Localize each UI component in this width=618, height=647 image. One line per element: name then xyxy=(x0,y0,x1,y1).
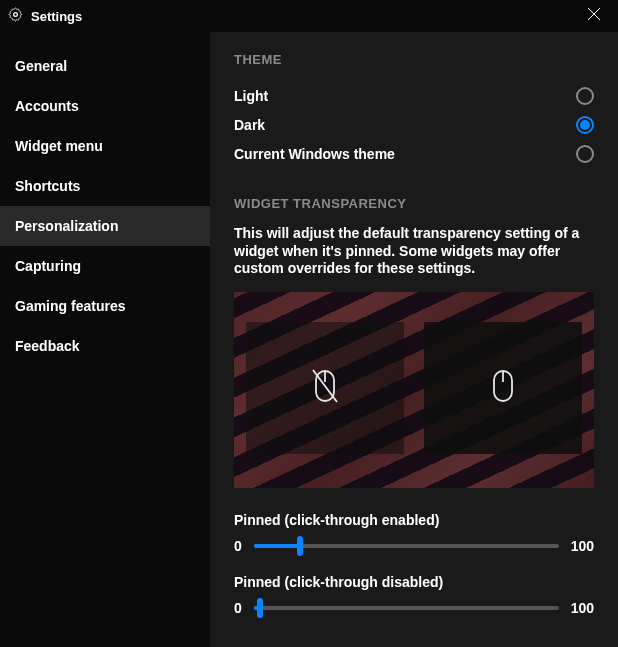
slider-thumb[interactable] xyxy=(297,536,303,556)
sidebar-item-shortcuts[interactable]: Shortcuts xyxy=(0,166,210,206)
sidebar-item-accounts[interactable]: Accounts xyxy=(0,86,210,126)
window-title: Settings xyxy=(31,9,82,24)
preview-panel-clickthrough-disabled xyxy=(424,322,582,454)
slider-max: 100 xyxy=(571,538,594,554)
sidebar-item-label: Widget menu xyxy=(15,138,103,154)
theme-option-light[interactable]: Light xyxy=(234,81,594,110)
theme-option-dark[interactable]: Dark xyxy=(234,110,594,139)
sidebar-item-label: Personalization xyxy=(15,218,118,234)
gear-icon xyxy=(8,7,23,26)
sidebar-item-label: General xyxy=(15,58,67,74)
svg-point-0 xyxy=(14,12,18,16)
slider-clickthrough-enabled: Pinned (click-through enabled) 0 100 xyxy=(234,512,594,554)
slider-track[interactable] xyxy=(254,606,559,610)
content-panel: THEME Light Dark Current Windows theme W… xyxy=(210,32,618,647)
radio-label: Dark xyxy=(234,117,265,133)
sidebar-item-label: Capturing xyxy=(15,258,81,274)
slider-min: 0 xyxy=(234,600,242,616)
sidebar-item-general[interactable]: General xyxy=(0,46,210,86)
radio-label: Light xyxy=(234,88,268,104)
sidebar: General Accounts Widget menu Shortcuts P… xyxy=(0,32,210,647)
sidebar-item-personalization[interactable]: Personalization xyxy=(0,206,210,246)
sidebar-item-label: Gaming features xyxy=(15,298,125,314)
slider-label: Pinned (click-through enabled) xyxy=(234,512,594,528)
titlebar: Settings xyxy=(0,0,618,32)
radio-icon xyxy=(576,87,594,105)
slider-min: 0 xyxy=(234,538,242,554)
radio-icon xyxy=(576,145,594,163)
slider-clickthrough-disabled: Pinned (click-through disabled) 0 100 xyxy=(234,574,594,616)
transparency-description: This will adjust the default transparenc… xyxy=(234,225,594,278)
slider-fill xyxy=(254,544,300,548)
sidebar-item-label: Accounts xyxy=(15,98,79,114)
close-button[interactable] xyxy=(578,0,610,32)
slider-max: 100 xyxy=(571,600,594,616)
transparency-preview xyxy=(234,292,594,488)
mouse-off-icon xyxy=(310,368,340,408)
radio-label: Current Windows theme xyxy=(234,146,395,162)
close-icon xyxy=(587,7,601,25)
theme-option-windows[interactable]: Current Windows theme xyxy=(234,139,594,168)
titlebar-left: Settings xyxy=(8,7,82,26)
theme-heading: THEME xyxy=(234,52,594,67)
sidebar-item-label: Feedback xyxy=(15,338,80,354)
preview-panel-clickthrough-enabled xyxy=(246,322,404,454)
slider-thumb[interactable] xyxy=(257,598,263,618)
sidebar-item-feedback[interactable]: Feedback xyxy=(0,326,210,366)
sidebar-item-gaming-features[interactable]: Gaming features xyxy=(0,286,210,326)
sidebar-item-label: Shortcuts xyxy=(15,178,80,194)
slider-track[interactable] xyxy=(254,544,559,548)
sidebar-item-widget-menu[interactable]: Widget menu xyxy=(0,126,210,166)
sidebar-item-capturing[interactable]: Capturing xyxy=(0,246,210,286)
mouse-icon xyxy=(488,368,518,408)
slider-label: Pinned (click-through disabled) xyxy=(234,574,594,590)
radio-icon xyxy=(576,116,594,134)
transparency-heading: WIDGET TRANSPARENCY xyxy=(234,196,594,211)
